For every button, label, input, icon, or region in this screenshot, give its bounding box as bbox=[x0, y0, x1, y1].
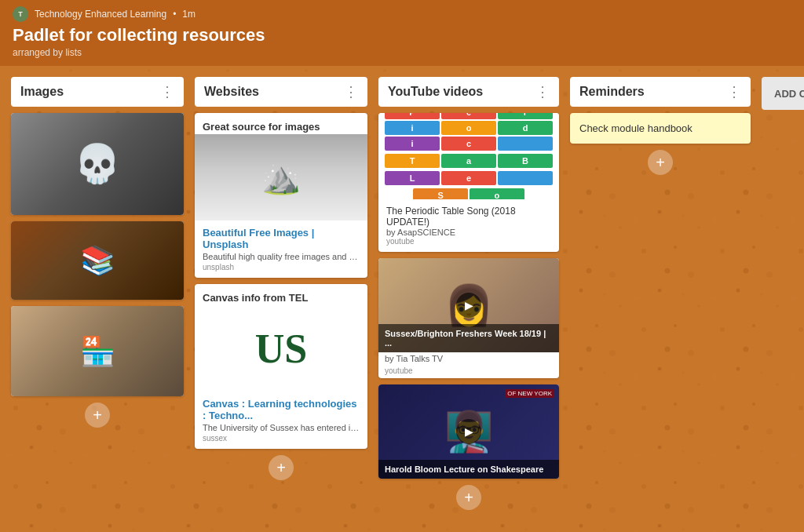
freshers-author: by Tia Talks TV bbox=[378, 352, 559, 365]
column-menu-websites[interactable]: ⋮ bbox=[344, 85, 358, 99]
card-street[interactable] bbox=[11, 306, 184, 396]
column-menu-reminders[interactable]: ⋮ bbox=[727, 85, 741, 99]
column-title-reminders: Reminders bbox=[579, 85, 645, 99]
card-unsplash[interactable]: Great source for images Beautiful Free I… bbox=[195, 113, 367, 278]
card-heading-unsplash: Great source for images bbox=[195, 113, 367, 134]
freshers-source: youtube bbox=[378, 365, 559, 378]
skull-image bbox=[11, 113, 184, 215]
column-images: Images ⋮ + bbox=[11, 77, 184, 432]
us-logo-text: US bbox=[255, 326, 307, 372]
column-title-images: Images bbox=[20, 85, 64, 99]
org-name: Technology Enhanced Learning bbox=[35, 9, 166, 20]
card-books[interactable] bbox=[11, 221, 184, 300]
bloom-overlay: Harold Bloom Lecture on Shakespeare bbox=[378, 460, 559, 479]
column-menu-youtube[interactable]: ⋮ bbox=[535, 85, 550, 99]
avatar: T bbox=[13, 6, 28, 22]
card-skull[interactable] bbox=[11, 113, 184, 215]
column-title-youtube: YouTube videos bbox=[388, 85, 483, 99]
freshers-overlay: Sussex/Brighton Freshers Week 18/19 | ..… bbox=[378, 324, 559, 352]
play-icon-bloom: ▶ bbox=[456, 419, 481, 444]
column-websites: Websites ⋮ Great source for images Beaut… bbox=[195, 77, 367, 485]
card-reminder-handbook[interactable]: Check module handbook bbox=[570, 113, 751, 144]
column-header-reminders: Reminders ⋮ bbox=[570, 77, 751, 107]
page-subtitle: arranged by lists bbox=[13, 47, 791, 58]
column-title-websites: Websites bbox=[204, 85, 259, 99]
ny-tag: OF NEW YORK bbox=[505, 389, 554, 398]
reminder-text: Check module handbook bbox=[579, 122, 693, 134]
bloom-thumb: OF NEW YORK 👨‍🏫 ▶ Harold Bloom Lecture o… bbox=[378, 384, 559, 479]
card-canvas[interactable]: Canvas info from TEL US Canvas : Learnin… bbox=[195, 284, 367, 449]
freshers-thumb: 👩 ▶ Sussex/Brighton Freshers Week 18/19 … bbox=[378, 258, 559, 352]
column-reminders: Reminders ⋮ Check module handbook + bbox=[570, 77, 751, 180]
header: T Technology Enhanced Learning • 1m Padl… bbox=[0, 0, 804, 66]
card-bloom[interactable]: OF NEW YORK 👨‍🏫 ▶ Harold Bloom Lecture o… bbox=[378, 384, 559, 479]
column-menu-images[interactable]: ⋮ bbox=[160, 85, 174, 99]
add-card-reminders[interactable]: + bbox=[648, 150, 673, 175]
periodic-author: by AsapSCIENCE bbox=[386, 228, 551, 237]
canvas-desc: The University of Sussex has entered int… bbox=[203, 423, 360, 432]
card-body-canvas: Canvas : Learning technologies : Techno.… bbox=[195, 392, 367, 449]
us-logo-image: US bbox=[195, 305, 367, 392]
time-ago: 1m bbox=[182, 9, 196, 20]
books-image bbox=[11, 221, 184, 300]
street-image bbox=[11, 306, 184, 396]
add-card-websites[interactable]: + bbox=[269, 455, 294, 480]
add-card-images[interactable]: + bbox=[85, 403, 110, 428]
card-heading-canvas: Canvas info from TEL bbox=[195, 284, 367, 305]
periodic-thumb: ▶ the UPDATED P e r i o d i c T a bbox=[378, 113, 559, 199]
add-column-container: ADD COLUMN bbox=[762, 77, 804, 110]
unsplash-desc: Beautiful high quality free images and p… bbox=[203, 252, 360, 261]
periodic-card-body: The Periodic Table Song (2018 UPDATE!) b… bbox=[378, 199, 559, 252]
column-header-images: Images ⋮ bbox=[11, 77, 184, 107]
card-periodic[interactable]: ▶ the UPDATED P e r i o d i c T a bbox=[378, 113, 559, 252]
card-body-unsplash: Beautiful Free Images | Unsplash Beautif… bbox=[195, 220, 367, 278]
canvas-link-title: Canvas : Learning technologies : Techno.… bbox=[203, 398, 360, 421]
page-title: Padlet for collecting resources bbox=[13, 25, 791, 46]
column-header-youtube: YouTube videos ⋮ bbox=[378, 77, 559, 107]
column-header-websites: Websites ⋮ bbox=[195, 77, 367, 107]
bullet: • bbox=[173, 9, 176, 20]
unsplash-source: unsplash bbox=[203, 263, 360, 271]
mountain-image bbox=[195, 134, 367, 220]
canvas-source: sussex bbox=[203, 434, 360, 443]
card-freshers[interactable]: 👩 ▶ Sussex/Brighton Freshers Week 18/19 … bbox=[378, 258, 559, 378]
column-youtube: YouTube videos ⋮ ▶ the UPDATED P e r i o… bbox=[378, 77, 559, 515]
play-icon-freshers: ▶ bbox=[456, 293, 481, 318]
periodic-source: youtube bbox=[386, 237, 551, 246]
board: Images ⋮ + Websites ⋮ Great source for i… bbox=[0, 66, 804, 515]
unsplash-link-title: Beautiful Free Images | Unsplash bbox=[203, 227, 360, 250]
add-card-youtube[interactable]: + bbox=[456, 485, 481, 510]
periodic-title: The Periodic Table Song (2018 UPDATE!) bbox=[386, 206, 551, 228]
add-column-button[interactable]: ADD COLUMN bbox=[762, 77, 804, 110]
